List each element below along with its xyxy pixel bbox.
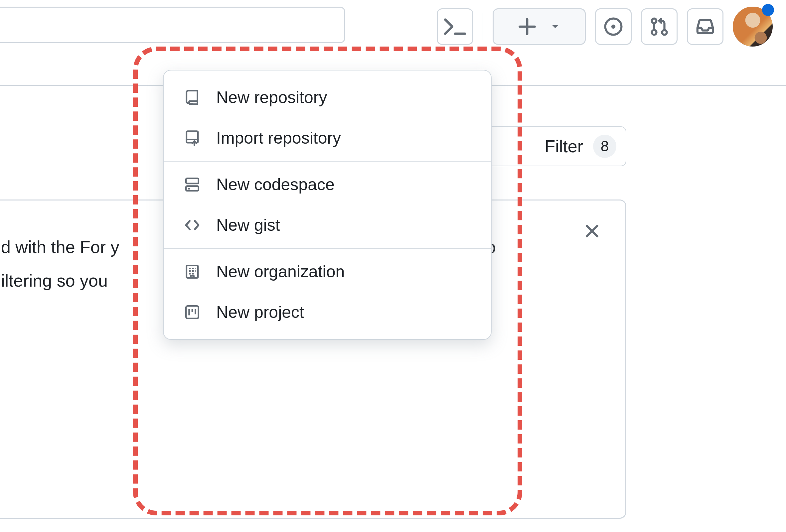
issue-opened-icon [603,16,624,37]
code-icon [183,216,202,235]
filter-label: Filter [545,136,583,156]
close-icon [584,223,600,239]
menu-item-new-codespace[interactable]: New codespace [164,164,491,205]
search-input[interactable] [0,7,345,43]
menu-item-label: New repository [216,88,327,107]
header-divider [483,13,483,40]
svg-rect-7 [186,186,199,191]
command-palette-button[interactable] [437,8,473,45]
repo-push-icon [183,129,202,147]
pull-requests-button[interactable] [641,8,677,45]
card-text-frag-3: iltering so you [1,271,112,290]
repo-icon [183,88,202,107]
plus-icon [517,17,537,37]
menu-item-label: Import repository [216,128,341,148]
menu-separator [164,161,491,162]
menu-item-label: New gist [216,215,280,235]
feed-filter-button[interactable]: Filter 8 [487,126,626,166]
codespaces-icon [183,175,202,194]
close-button[interactable] [583,222,601,240]
notifications-button[interactable] [687,8,723,45]
menu-item-label: New codespace [216,175,334,194]
notification-dot-icon [762,4,774,16]
menu-item-new-gist[interactable]: New gist [164,205,491,245]
git-pull-request-icon [649,16,670,37]
menu-item-new-organization[interactable]: New organization [164,251,491,292]
menu-item-import-repository[interactable]: Import repository [164,118,491,158]
card-text-frag-1: d with the For y [1,237,119,257]
inbox-icon [695,16,715,37]
svg-rect-6 [186,178,199,184]
triangle-down-icon [549,21,561,32]
organization-icon [183,262,202,281]
svg-rect-5 [187,131,198,143]
menu-item-new-project[interactable]: New project [164,292,491,333]
header-actions [437,7,773,47]
menu-item-label: New project [216,303,304,322]
create-new-menu: New repository Import repository New cod… [163,70,492,340]
menu-item-new-repository[interactable]: New repository [164,77,491,118]
issues-button[interactable] [595,8,632,45]
menu-item-label: New organization [216,262,345,281]
project-icon [183,303,202,321]
create-new-button[interactable] [493,8,586,45]
menu-separator [164,248,491,249]
user-avatar[interactable] [733,7,773,47]
terminal-icon [444,15,466,38]
filter-count-badge: 8 [593,135,616,158]
svg-point-1 [611,25,615,29]
